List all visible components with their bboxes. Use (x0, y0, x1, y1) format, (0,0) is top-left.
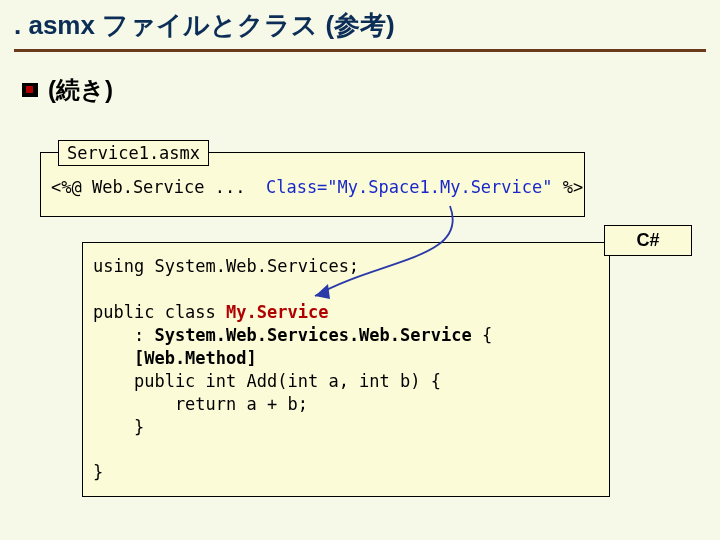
page-title: . asmx ファイルとクラス (参考) (14, 10, 395, 40)
code-line: public int Add(int a, int b) { (93, 371, 441, 391)
title-bar: . asmx ファイルとクラス (参考) (0, 0, 720, 47)
bullet-icon (22, 83, 38, 97)
language-badge: C# (604, 225, 692, 256)
code-line: : (93, 325, 154, 345)
filename-tab: Service1.asmx (58, 140, 209, 166)
directive-suffix: %> (553, 177, 584, 197)
code-line: } (93, 417, 144, 437)
code-line: { (472, 325, 492, 345)
code-line: using System.Web.Services; (93, 256, 359, 276)
code-classname: My.Service (226, 302, 328, 322)
directive-prefix: <%@ Web.Service ... (51, 177, 266, 197)
bullet-text: (続き) (48, 74, 113, 106)
code-line: return a + b; (93, 394, 308, 414)
code-baseclass: System.Web.Services.Web.Service (154, 325, 471, 345)
title-rule (14, 49, 706, 52)
code-attribute: [Web.Method] (93, 348, 257, 368)
csharp-code-box: using System.Web.Services; public class … (82, 242, 610, 497)
bullet-row: (続き) (22, 74, 720, 106)
directive-class-attr: Class="My.Space1.My.Service" (266, 177, 553, 197)
code-line: } (93, 462, 103, 482)
code-line: public class (93, 302, 226, 322)
